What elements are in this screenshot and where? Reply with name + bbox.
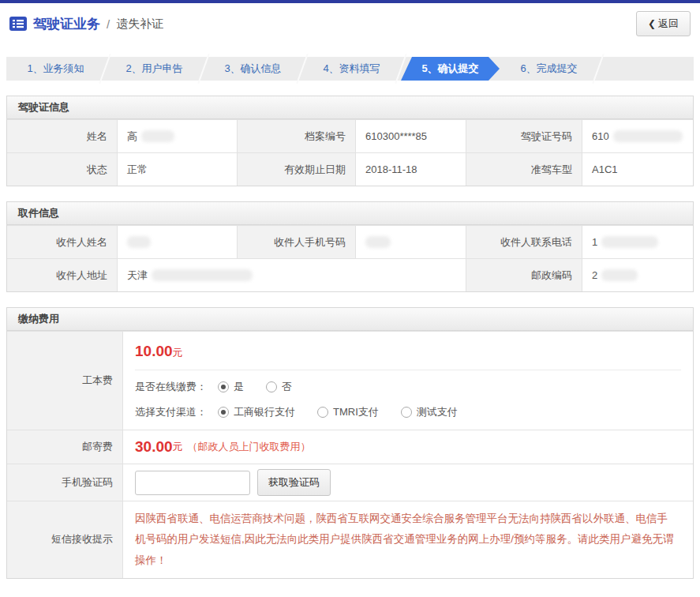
vehicle-class-label: 准驾车型 xyxy=(466,153,582,186)
sms-tip-label: 短信接收提示 xyxy=(7,501,123,578)
radio-circle-icon xyxy=(266,381,277,392)
work-fee-row: 工本费 10.00元 是否在线缴费： 是 否 选择支付渠道： xyxy=(7,331,693,430)
step-wizard: 1、业务须知 2、用户申告 3、确认信息 4、资料填写 5、确认提交 6、完成提… xyxy=(6,57,694,81)
radio-channel-tmri-label: TMRI支付 xyxy=(333,405,379,419)
radio-channel-test[interactable]: 测试支付 xyxy=(401,405,458,419)
redaction-blur xyxy=(601,269,638,281)
breadcrumb: 驾驶证业务 / 遗失补证 xyxy=(9,15,163,33)
radio-online-no-label: 否 xyxy=(282,380,292,394)
recipient-address-value: 天津 xyxy=(118,259,466,291)
mail-fee-label: 邮寄费 xyxy=(7,430,123,464)
vehicle-class-value: A1C1 xyxy=(582,153,693,186)
captcha-row: 手机验证码 获取验证码 xyxy=(7,464,693,501)
redaction-blur xyxy=(152,269,253,281)
file-number-value: 610300****85 xyxy=(356,120,466,152)
radio-circle-icon xyxy=(218,407,229,418)
recipient-name-label: 收件人姓名 xyxy=(7,226,118,258)
get-captcha-button[interactable]: 获取验证码 xyxy=(257,469,331,496)
name-value: 高 xyxy=(118,120,238,152)
captcha-content: 获取验证码 xyxy=(123,464,693,501)
license-info-section: 驾驶证信息 姓名 高 档案编号 610300****85 驾驶证号码 610 状… xyxy=(6,96,694,186)
redaction-blur xyxy=(141,130,174,142)
postal-code-value: 2 xyxy=(582,259,693,291)
fee-section-title: 缴纳费用 xyxy=(7,308,693,331)
pickup-info-section: 取件信息 收件人姓名 收件人手机号码 收件人联系电话 1 收件人地址 天津 邮政… xyxy=(6,201,694,292)
recipient-mobile-label: 收件人手机号码 xyxy=(238,226,356,258)
radio-channel-tmri[interactable]: TMRI支付 xyxy=(317,405,379,419)
name-label: 姓名 xyxy=(7,120,118,152)
license-section-title: 驾驶证信息 xyxy=(7,96,693,119)
work-fee-amount: 10.00 xyxy=(135,343,173,359)
chevron-left-icon: ❮ xyxy=(648,18,656,29)
back-button-label: 返回 xyxy=(658,17,679,29)
work-fee-label: 工本费 xyxy=(7,332,123,430)
radio-circle-icon xyxy=(401,407,412,418)
pay-channel-label: 选择支付渠道： xyxy=(135,405,207,419)
license-number-label: 驾驶证号码 xyxy=(466,120,582,152)
step-6-complete-submit[interactable]: 6、完成提交 xyxy=(500,57,598,81)
sms-tip-text: 因陕西省联通、电信运营商技术问题，陕西省互联网交通安全综合服务管理平台无法向持陕… xyxy=(135,501,681,578)
sms-tip-row: 短信接收提示 因陕西省联通、电信运营商技术问题，陕西省互联网交通安全综合服务管理… xyxy=(7,501,693,578)
mail-fee-note: （邮政人员上门收取费用） xyxy=(188,440,311,454)
mail-fee-content: 30.00元 （邮政人员上门收取费用） xyxy=(123,430,693,464)
table-row: 收件人地址 天津 邮政编码 2 xyxy=(7,258,693,291)
mail-fee-amount: 30.00 xyxy=(135,438,173,456)
work-fee-content: 10.00元 是否在线缴费： 是 否 选择支付渠道： 工商银行支付 xyxy=(123,332,693,430)
page-header: 驾驶证业务 / 遗失补证 ❮返回 xyxy=(0,3,700,44)
table-row: 状态 正常 有效期止日期 2018-11-18 准驾车型 A1C1 xyxy=(7,152,693,186)
fee-section: 缴纳费用 工本费 10.00元 是否在线缴费： 是 否 选择支付渠道： xyxy=(6,307,694,579)
redaction-blur xyxy=(613,130,683,142)
sms-tip-content: 因陕西省联通、电信运营商技术问题，陕西省互联网交通安全综合服务管理平台无法向持陕… xyxy=(123,501,693,578)
radio-online-yes-label: 是 xyxy=(234,380,244,394)
valid-until-value: 2018-11-18 xyxy=(356,153,466,186)
step-5-confirm-submit[interactable]: 5、确认提交 xyxy=(401,57,500,81)
pickup-section-title: 取件信息 xyxy=(7,202,693,225)
work-fee-unit: 元 xyxy=(173,347,183,359)
redaction-blur xyxy=(127,236,151,248)
step-bar-filler xyxy=(598,57,694,81)
redaction-blur xyxy=(365,236,391,248)
postal-code-label: 邮政编码 xyxy=(466,259,582,291)
redaction-blur xyxy=(601,236,658,248)
status-label: 状态 xyxy=(7,153,118,186)
captcha-input[interactable] xyxy=(135,471,250,495)
online-pay-label: 是否在线缴费： xyxy=(135,380,207,394)
file-number-label: 档案编号 xyxy=(238,120,356,152)
recipient-mobile-value xyxy=(356,226,466,258)
recipient-name-value xyxy=(118,226,238,258)
page-title: 驾驶证业务 xyxy=(33,15,100,33)
table-row: 收件人姓名 收件人手机号码 收件人联系电话 1 xyxy=(7,225,693,258)
radio-circle-icon xyxy=(218,381,229,392)
radio-online-no[interactable]: 否 xyxy=(266,380,292,394)
back-button[interactable]: ❮返回 xyxy=(636,11,691,36)
step-1-business-notice[interactable]: 1、业务须知 xyxy=(6,57,105,81)
mail-fee-unit: 元 xyxy=(173,440,183,454)
page-subtitle: 遗失补证 xyxy=(116,17,163,32)
license-business-icon xyxy=(9,17,27,31)
step-4-fill-data[interactable]: 4、资料填写 xyxy=(302,57,401,81)
valid-until-label: 有效期止日期 xyxy=(238,153,356,186)
radio-online-yes[interactable]: 是 xyxy=(218,380,244,394)
radio-channel-icbc-label: 工商银行支付 xyxy=(234,405,295,419)
radio-channel-test-label: 测试支付 xyxy=(417,405,458,419)
radio-circle-icon xyxy=(317,407,328,418)
table-row: 姓名 高 档案编号 610300****85 驾驶证号码 610 xyxy=(7,119,693,152)
license-number-value: 610 xyxy=(582,120,693,152)
step-2-user-declaration[interactable]: 2、用户申告 xyxy=(105,57,204,81)
status-value: 正常 xyxy=(118,153,238,186)
breadcrumb-separator: / xyxy=(107,17,110,31)
captcha-label: 手机验证码 xyxy=(7,464,123,501)
mail-fee-row: 邮寄费 30.00元 （邮政人员上门收取费用） xyxy=(7,430,693,464)
recipient-address-label: 收件人地址 xyxy=(7,259,118,291)
recipient-phone-label: 收件人联系电话 xyxy=(466,226,582,258)
work-fee-amount-line: 10.00元 xyxy=(135,332,681,370)
radio-channel-icbc[interactable]: 工商银行支付 xyxy=(218,405,295,419)
recipient-phone-value: 1 xyxy=(582,226,693,258)
step-3-confirm-info[interactable]: 3、确认信息 xyxy=(204,57,302,81)
online-pay-line: 是否在线缴费： 是 否 xyxy=(135,370,681,400)
pay-channel-line: 选择支付渠道： 工商银行支付 TMRI支付 测试支付 xyxy=(135,400,681,430)
